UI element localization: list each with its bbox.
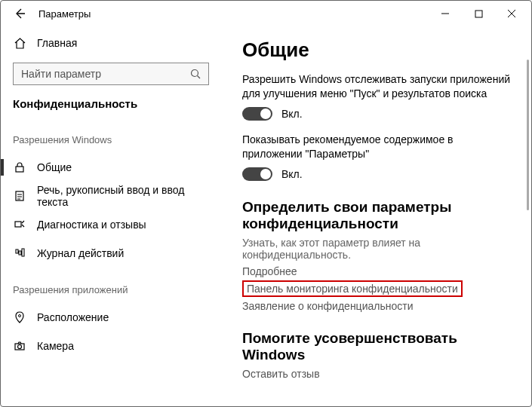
- page-title: Общие: [242, 38, 515, 62]
- sidebar-group-permissions-windows: Разрешения Windows: [1, 118, 221, 153]
- section-description: Узнать, как этот параметр влияет на конф…: [242, 237, 515, 261]
- sidebar-item-label: Общие: [37, 161, 72, 173]
- content-pane: Общие Разрешить Windows отслеживать запу…: [221, 26, 531, 406]
- link-privacy-statement[interactable]: Заявление о конфиденциальности: [242, 300, 515, 312]
- titlebar: Параметры: [1, 1, 531, 26]
- sidebar-item-label: Расположение: [37, 311, 109, 323]
- sidebar-item-label: Диагностика и отзывы: [37, 219, 146, 231]
- window-title: Параметры: [38, 8, 91, 20]
- search-input[interactable]: [20, 67, 189, 81]
- sidebar-item-activity[interactable]: Журнал действий: [1, 239, 221, 268]
- window-controls: [429, 2, 528, 25]
- sidebar-item-diagnostics[interactable]: Диагностика и отзывы: [1, 210, 221, 239]
- sidebar-item-label: Журнал действий: [37, 247, 124, 259]
- toggle-state-label: Вкл.: [281, 108, 303, 120]
- sidebar-item-camera[interactable]: Камера: [1, 332, 221, 360]
- sidebar-item-label: Камера: [37, 340, 74, 352]
- search-icon: [189, 67, 202, 81]
- sidebar-item-label: Речь, рукописный ввод и ввод текста: [37, 184, 209, 208]
- sidebar-section-title: Конфиденциальность: [1, 93, 221, 118]
- link-give-feedback[interactable]: Оставить отзыв: [242, 368, 515, 380]
- close-button[interactable]: [495, 2, 528, 25]
- home-icon: [13, 36, 26, 50]
- maximize-button[interactable]: [462, 2, 495, 25]
- svg-point-7: [18, 345, 22, 349]
- back-button[interactable]: [10, 4, 29, 23]
- lock-icon: [13, 161, 26, 174]
- sidebar-item-general[interactable]: Общие: [1, 153, 221, 182]
- scrollbar-thumb[interactable]: [527, 60, 529, 210]
- svg-point-1: [191, 69, 198, 76]
- link-learn-more[interactable]: Подробнее: [242, 265, 515, 277]
- setting-description: Разрешить Windows отслеживать запуски пр…: [242, 72, 515, 101]
- minimize-button[interactable]: [429, 2, 462, 25]
- toggle-row-app-launch-tracking: Вкл.: [242, 107, 515, 121]
- feedback-icon: [13, 218, 26, 231]
- svg-rect-0: [475, 11, 482, 17]
- activity-icon: [13, 246, 26, 260]
- toggle-row-suggested-content: Вкл.: [242, 167, 515, 181]
- sidebar-item-speech[interactable]: Речь, рукописный ввод и ввод текста: [1, 182, 221, 210]
- search-box[interactable]: [13, 63, 209, 85]
- toggle-switch[interactable]: [242, 167, 272, 181]
- sidebar-item-location[interactable]: Расположение: [1, 303, 221, 332]
- svg-point-5: [19, 315, 21, 317]
- section-heading-improve-windows: Помогите усовершенствовать Windows: [242, 330, 515, 363]
- sidebar-item-home[interactable]: Главная: [1, 29, 221, 57]
- sidebar: Главная Конфиденциальность Разрешения Wi…: [1, 26, 221, 406]
- toggle-state-label: Вкл.: [281, 168, 303, 180]
- svg-rect-4: [15, 222, 21, 227]
- section-heading-privacy-settings: Определить свои параметры конфиденциальн…: [242, 199, 515, 232]
- link-privacy-dashboard[interactable]: Панель мониторинга конфиденциальности: [242, 280, 463, 297]
- setting-description: Показывать рекомендуемое содержимое в пр…: [242, 133, 515, 161]
- sidebar-item-label: Главная: [37, 37, 77, 49]
- sidebar-group-permissions-apps: Разрешения приложений: [1, 268, 221, 303]
- clipboard-icon: [13, 189, 26, 203]
- svg-rect-2: [16, 167, 23, 172]
- camera-icon: [13, 339, 26, 353]
- location-icon: [13, 311, 26, 324]
- toggle-switch[interactable]: [242, 107, 272, 121]
